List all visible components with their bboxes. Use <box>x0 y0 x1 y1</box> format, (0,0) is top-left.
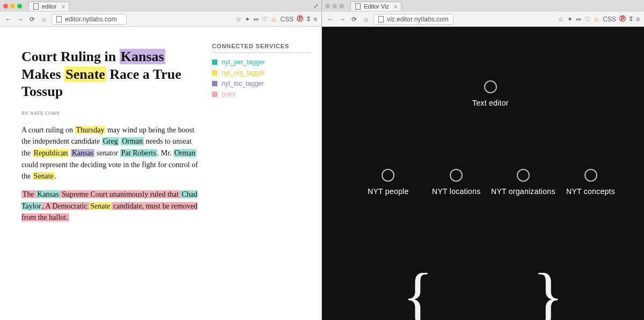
bookmark-icon[interactable] <box>558 16 564 23</box>
divider-icon[interactable] <box>253 16 259 23</box>
node-nyt-people[interactable]: NYT people <box>368 169 408 196</box>
tag-location[interactable]: Kansas <box>36 190 60 198</box>
css-label[interactable]: CSS <box>603 16 616 23</box>
wand-icon[interactable] <box>567 16 573 23</box>
connected-services-sidebar: CONNECTED SERVICES nyt_per_tagger nyt_or… <box>199 27 321 320</box>
tag-point[interactable]: The Kansas Supreme Court unanimously rul… <box>21 190 197 221</box>
tag-org[interactable]: Senate <box>64 66 106 82</box>
paragraph: The Kansas Supreme Court unanimously rul… <box>21 189 199 224</box>
sidebar-heading: CONNECTED SERVICES <box>212 43 311 53</box>
tab-strip-left: editor × ⤢ <box>0 0 321 12</box>
browser-tab[interactable]: Editor Viz × <box>350 2 401 11</box>
browser-toolbar-right: ← → ⟳ ⌂ viz.editor.nytlabs.com ♨ CSS ⓟ 𝕿 <box>322 12 644 27</box>
tag-org[interactable]: Senate <box>33 172 55 180</box>
minimize-window-icon[interactable] <box>332 4 337 9</box>
zoom-window-icon[interactable] <box>339 4 344 9</box>
service-swatch <box>212 59 217 65</box>
window-controls <box>325 4 344 9</box>
tag-person[interactable]: Greg <box>102 137 119 145</box>
pocket-icon[interactable] <box>262 16 268 23</box>
browser-window-left: editor × ⤢ ← → ⟳ ⌂ editor.nytlabs.com <box>0 0 322 320</box>
reload-button[interactable]: ⟳ <box>350 16 358 23</box>
page-icon <box>378 16 384 23</box>
service-swatch <box>212 70 217 76</box>
node-circle-icon <box>517 169 530 182</box>
forward-button[interactable]: → <box>16 16 25 23</box>
browser-window-right: Editor Viz × ← → ⟳ ⌂ viz.editor.nytlabs.… <box>322 0 644 320</box>
article: Court Ruling in Kansas Makes Senate Race… <box>0 27 199 320</box>
address-bar[interactable]: editor.nytlabs.com <box>52 14 127 25</box>
nyt-icon[interactable]: 𝕿 <box>306 15 310 23</box>
node-circle-icon <box>484 80 497 93</box>
browser-tab[interactable]: editor × <box>28 2 69 11</box>
css-label[interactable]: CSS <box>280 16 294 23</box>
tag-person[interactable]: Orman <box>121 137 144 145</box>
node-circle-icon <box>382 169 394 182</box>
home-button[interactable]: ⌂ <box>362 16 370 23</box>
tag-location[interactable]: Kansas <box>71 149 94 157</box>
nyt-icon[interactable]: 𝕿 <box>629 15 633 23</box>
node-circle-icon <box>450 169 463 182</box>
tag-org[interactable]: Republican <box>33 149 69 157</box>
forward-button[interactable]: → <box>338 16 347 23</box>
tag-person[interactable]: Pat Roberts <box>120 149 157 157</box>
close-window-icon[interactable] <box>3 4 8 9</box>
tab-title: Editor Viz <box>364 3 389 10</box>
pinterest-icon[interactable]: ⓟ <box>297 14 303 24</box>
headline: Court Ruling in Kansas Makes Senate Race… <box>21 48 199 101</box>
service-item[interactable]: nyt_org_tagger <box>212 69 311 77</box>
editor-page: Court Ruling in Kansas Makes Senate Race… <box>0 27 321 320</box>
page-icon <box>355 3 361 10</box>
menu-icon[interactable] <box>636 16 640 23</box>
browser-toolbar-left: ← → ⟳ ⌂ editor.nytlabs.com ♨ CSS ⓟ 𝕿 <box>0 12 321 27</box>
node-nyt-organizations[interactable]: NYT organizations <box>491 169 555 196</box>
tag-location[interactable]: Kansas <box>120 49 165 64</box>
page-icon <box>56 16 62 23</box>
close-window-icon[interactable] <box>325 4 330 9</box>
service-item[interactable]: nyt_loc_tagger <box>212 80 311 87</box>
close-tab-icon[interactable]: × <box>394 3 398 11</box>
bookmark-icon[interactable] <box>236 16 241 23</box>
close-tab-icon[interactable]: × <box>62 3 65 11</box>
tag-org[interactable]: Senate <box>89 202 111 210</box>
wand-icon[interactable] <box>245 16 250 23</box>
service-item[interactable]: nyt_per_tagger <box>212 58 311 66</box>
minimize-window-icon[interactable] <box>10 4 15 9</box>
pinterest-icon[interactable]: ⓟ <box>619 14 626 24</box>
tab-title: editor <box>42 3 57 10</box>
byline: BY NATE COHN <box>21 110 199 116</box>
paragraph: A court ruling on Thursday may wind up b… <box>21 124 199 182</box>
back-button[interactable]: ← <box>326 16 335 23</box>
page-icon <box>33 3 39 10</box>
brace-right: } <box>532 259 564 320</box>
node-text-editor[interactable]: Text editor <box>472 80 509 107</box>
reload-button[interactable]: ⟳ <box>28 16 36 23</box>
flame-icon[interactable]: ♨ <box>271 16 277 23</box>
address-bar[interactable]: viz.editor.nytlabs.com <box>374 14 453 25</box>
node-circle-icon <box>584 169 597 182</box>
node-nyt-locations[interactable]: NYT locations <box>432 169 481 196</box>
divider-icon[interactable] <box>576 16 581 23</box>
url-text: editor.nytlabs.com <box>65 16 117 23</box>
url-text: viz.editor.nytlabs.com <box>387 16 449 23</box>
menu-icon[interactable] <box>313 16 317 23</box>
service-item[interactable]: point <box>212 91 311 98</box>
expand-icon[interactable]: ⤢ <box>313 3 318 10</box>
tag-person[interactable]: Orman <box>173 149 196 157</box>
window-controls <box>3 4 22 9</box>
brace-left: { <box>402 259 434 320</box>
home-button[interactable]: ⌂ <box>40 16 48 23</box>
viz-page: Text editor NYT people NYT locations NYT… <box>322 27 644 320</box>
tab-strip-right: Editor Viz × <box>322 0 644 12</box>
service-swatch <box>212 81 217 86</box>
flame-icon[interactable]: ♨ <box>594 16 599 23</box>
service-swatch <box>212 92 217 97</box>
pocket-icon[interactable] <box>584 16 590 23</box>
zoom-window-icon[interactable] <box>17 4 22 9</box>
back-button[interactable]: ← <box>4 16 13 23</box>
tag[interactable]: Thursday <box>75 126 106 134</box>
node-nyt-concepts[interactable]: NYT concepts <box>566 169 615 196</box>
